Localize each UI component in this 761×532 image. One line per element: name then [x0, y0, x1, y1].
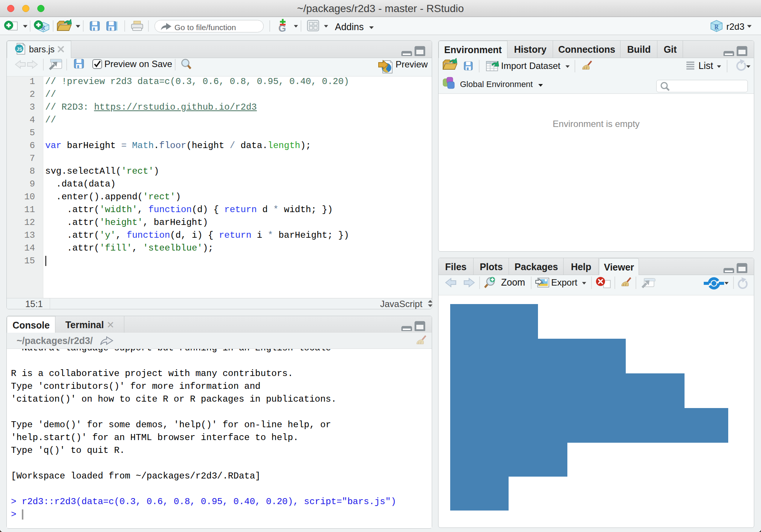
svg-text:R: R [714, 23, 719, 31]
svg-text:Import Dataset: Import Dataset [501, 61, 561, 71]
svg-text:Zoom: Zoom [501, 277, 525, 287]
svg-text:Export: Export [551, 277, 578, 287]
svg-text:List: List [698, 60, 713, 71]
svg-text:bars.js: bars.js [29, 44, 55, 54]
svg-text:Preview: Preview [396, 59, 428, 69]
svg-text:Preview on Save: Preview on Save [104, 59, 172, 69]
svg-text:JS: JS [17, 47, 22, 52]
